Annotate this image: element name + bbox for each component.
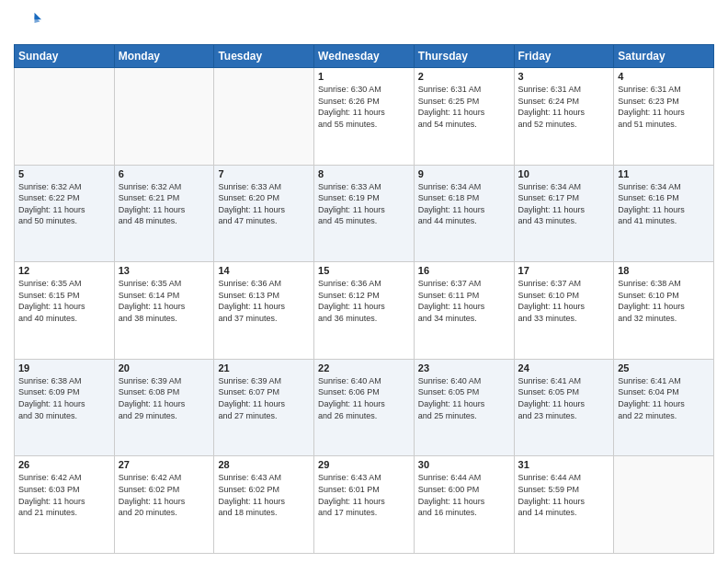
day-number: 4 — [618, 71, 710, 82]
calendar-cell: 9Sunrise: 6:34 AM Sunset: 6:18 PM Daylig… — [414, 165, 514, 262]
day-number: 19 — [18, 362, 110, 373]
day-info: Sunrise: 6:42 AM Sunset: 6:02 PM Dayligh… — [119, 472, 210, 518]
day-number: 13 — [119, 265, 210, 276]
calendar-cell: 28Sunrise: 6:43 AM Sunset: 6:02 PM Dayli… — [214, 456, 314, 554]
calendar-cell: 5Sunrise: 6:32 AM Sunset: 6:22 PM Daylig… — [15, 165, 115, 262]
calendar-week-row: 12Sunrise: 6:35 AM Sunset: 6:15 PM Dayli… — [15, 262, 714, 360]
day-number: 27 — [119, 459, 210, 470]
calendar-cell: 25Sunrise: 6:41 AM Sunset: 6:04 PM Dayli… — [614, 359, 714, 456]
day-number: 10 — [518, 168, 610, 179]
day-info: Sunrise: 6:30 AM Sunset: 6:26 PM Dayligh… — [318, 84, 410, 130]
calendar-cell: 16Sunrise: 6:37 AM Sunset: 6:11 PM Dayli… — [414, 262, 514, 360]
day-number: 9 — [418, 168, 510, 179]
logo — [14, 9, 43, 37]
day-info: Sunrise: 6:34 AM Sunset: 6:18 PM Dayligh… — [418, 181, 510, 227]
calendar-cell: 1Sunrise: 6:30 AM Sunset: 6:26 PM Daylig… — [314, 68, 415, 166]
day-info: Sunrise: 6:31 AM Sunset: 6:23 PM Dayligh… — [618, 84, 710, 130]
day-number: 17 — [518, 265, 610, 276]
calendar: SundayMondayTuesdayWednesdayThursdayFrid… — [14, 44, 714, 554]
day-info: Sunrise: 6:31 AM Sunset: 6:24 PM Dayligh… — [518, 84, 610, 130]
day-number: 11 — [618, 168, 710, 179]
day-number: 28 — [218, 459, 310, 470]
day-info: Sunrise: 6:34 AM Sunset: 6:17 PM Dayligh… — [518, 181, 610, 227]
calendar-cell: 15Sunrise: 6:36 AM Sunset: 6:12 PM Dayli… — [314, 262, 415, 360]
day-info: Sunrise: 6:37 AM Sunset: 6:10 PM Dayligh… — [518, 278, 610, 324]
calendar-cell: 24Sunrise: 6:41 AM Sunset: 6:05 PM Dayli… — [514, 359, 614, 456]
calendar-week-row: 26Sunrise: 6:42 AM Sunset: 6:03 PM Dayli… — [15, 456, 714, 554]
calendar-week-row: 19Sunrise: 6:38 AM Sunset: 6:09 PM Dayli… — [15, 359, 714, 456]
day-info: Sunrise: 6:35 AM Sunset: 6:15 PM Dayligh… — [18, 278, 110, 324]
calendar-header-thursday: Thursday — [414, 45, 514, 68]
calendar-cell: 2Sunrise: 6:31 AM Sunset: 6:25 PM Daylig… — [414, 68, 514, 166]
calendar-cell: 11Sunrise: 6:34 AM Sunset: 6:16 PM Dayli… — [614, 165, 714, 262]
svg-rect-0 — [14, 9, 41, 37]
day-info: Sunrise: 6:40 AM Sunset: 6:06 PM Dayligh… — [318, 375, 410, 421]
calendar-cell: 19Sunrise: 6:38 AM Sunset: 6:09 PM Dayli… — [15, 359, 115, 456]
day-info: Sunrise: 6:40 AM Sunset: 6:05 PM Dayligh… — [418, 375, 510, 421]
day-info: Sunrise: 6:43 AM Sunset: 6:02 PM Dayligh… — [218, 472, 310, 518]
calendar-cell: 3Sunrise: 6:31 AM Sunset: 6:24 PM Daylig… — [514, 68, 614, 166]
calendar-header-row: SundayMondayTuesdayWednesdayThursdayFrid… — [15, 45, 714, 68]
day-number: 29 — [318, 459, 410, 470]
day-info: Sunrise: 6:36 AM Sunset: 6:12 PM Dayligh… — [318, 278, 410, 324]
calendar-cell: 21Sunrise: 6:39 AM Sunset: 6:07 PM Dayli… — [214, 359, 314, 456]
day-number: 18 — [618, 265, 710, 276]
day-info: Sunrise: 6:36 AM Sunset: 6:13 PM Dayligh… — [218, 278, 310, 324]
day-number: 7 — [218, 168, 310, 179]
day-number: 12 — [18, 265, 110, 276]
day-number: 2 — [418, 71, 510, 82]
calendar-header-sunday: Sunday — [15, 45, 115, 68]
calendar-cell: 18Sunrise: 6:38 AM Sunset: 6:10 PM Dayli… — [614, 262, 714, 360]
day-number: 21 — [218, 362, 310, 373]
day-info: Sunrise: 6:42 AM Sunset: 6:03 PM Dayligh… — [18, 472, 110, 518]
day-info: Sunrise: 6:44 AM Sunset: 5:59 PM Dayligh… — [518, 472, 610, 518]
calendar-header-wednesday: Wednesday — [314, 45, 415, 68]
calendar-cell: 6Sunrise: 6:32 AM Sunset: 6:21 PM Daylig… — [114, 165, 214, 262]
day-info: Sunrise: 6:43 AM Sunset: 6:01 PM Dayligh… — [318, 472, 410, 518]
calendar-cell: 26Sunrise: 6:42 AM Sunset: 6:03 PM Dayli… — [15, 456, 115, 554]
calendar-header-saturday: Saturday — [614, 45, 714, 68]
calendar-cell: 14Sunrise: 6:36 AM Sunset: 6:13 PM Dayli… — [214, 262, 314, 360]
calendar-cell: 12Sunrise: 6:35 AM Sunset: 6:15 PM Dayli… — [15, 262, 115, 360]
day-info: Sunrise: 6:38 AM Sunset: 6:09 PM Dayligh… — [18, 375, 110, 421]
calendar-week-row: 1Sunrise: 6:30 AM Sunset: 6:26 PM Daylig… — [15, 68, 714, 166]
calendar-cell — [15, 68, 115, 166]
day-number: 24 — [518, 362, 610, 373]
calendar-header-monday: Monday — [114, 45, 214, 68]
calendar-header-friday: Friday — [514, 45, 614, 68]
day-info: Sunrise: 6:35 AM Sunset: 6:14 PM Dayligh… — [119, 278, 210, 324]
header — [14, 9, 714, 37]
calendar-cell — [114, 68, 214, 166]
day-info: Sunrise: 6:32 AM Sunset: 6:21 PM Dayligh… — [119, 181, 210, 227]
day-info: Sunrise: 6:33 AM Sunset: 6:19 PM Dayligh… — [318, 181, 410, 227]
calendar-cell: 13Sunrise: 6:35 AM Sunset: 6:14 PM Dayli… — [114, 262, 214, 360]
day-number: 14 — [218, 265, 310, 276]
calendar-cell: 30Sunrise: 6:44 AM Sunset: 6:00 PM Dayli… — [414, 456, 514, 554]
general-blue-icon — [14, 9, 41, 37]
day-number: 23 — [418, 362, 510, 373]
calendar-cell: 4Sunrise: 6:31 AM Sunset: 6:23 PM Daylig… — [614, 68, 714, 166]
day-info: Sunrise: 6:41 AM Sunset: 6:05 PM Dayligh… — [518, 375, 610, 421]
calendar-cell: 10Sunrise: 6:34 AM Sunset: 6:17 PM Dayli… — [514, 165, 614, 262]
day-info: Sunrise: 6:38 AM Sunset: 6:10 PM Dayligh… — [618, 278, 710, 324]
day-number: 26 — [18, 459, 110, 470]
day-number: 5 — [18, 168, 110, 179]
day-number: 1 — [318, 71, 410, 82]
calendar-cell: 31Sunrise: 6:44 AM Sunset: 5:59 PM Dayli… — [514, 456, 614, 554]
day-info: Sunrise: 6:32 AM Sunset: 6:22 PM Dayligh… — [18, 181, 110, 227]
calendar-cell — [614, 456, 714, 554]
calendar-cell: 29Sunrise: 6:43 AM Sunset: 6:01 PM Dayli… — [314, 456, 415, 554]
day-number: 3 — [518, 71, 610, 82]
day-info: Sunrise: 6:37 AM Sunset: 6:11 PM Dayligh… — [418, 278, 510, 324]
calendar-cell: 22Sunrise: 6:40 AM Sunset: 6:06 PM Dayli… — [314, 359, 415, 456]
day-info: Sunrise: 6:34 AM Sunset: 6:16 PM Dayligh… — [618, 181, 710, 227]
calendar-cell — [214, 68, 314, 166]
day-info: Sunrise: 6:33 AM Sunset: 6:20 PM Dayligh… — [218, 181, 310, 227]
calendar-cell: 27Sunrise: 6:42 AM Sunset: 6:02 PM Dayli… — [114, 456, 214, 554]
day-number: 16 — [418, 265, 510, 276]
calendar-cell: 7Sunrise: 6:33 AM Sunset: 6:20 PM Daylig… — [214, 165, 314, 262]
calendar-week-row: 5Sunrise: 6:32 AM Sunset: 6:22 PM Daylig… — [15, 165, 714, 262]
day-number: 25 — [618, 362, 710, 373]
day-number: 6 — [119, 168, 210, 179]
calendar-cell: 17Sunrise: 6:37 AM Sunset: 6:10 PM Dayli… — [514, 262, 614, 360]
